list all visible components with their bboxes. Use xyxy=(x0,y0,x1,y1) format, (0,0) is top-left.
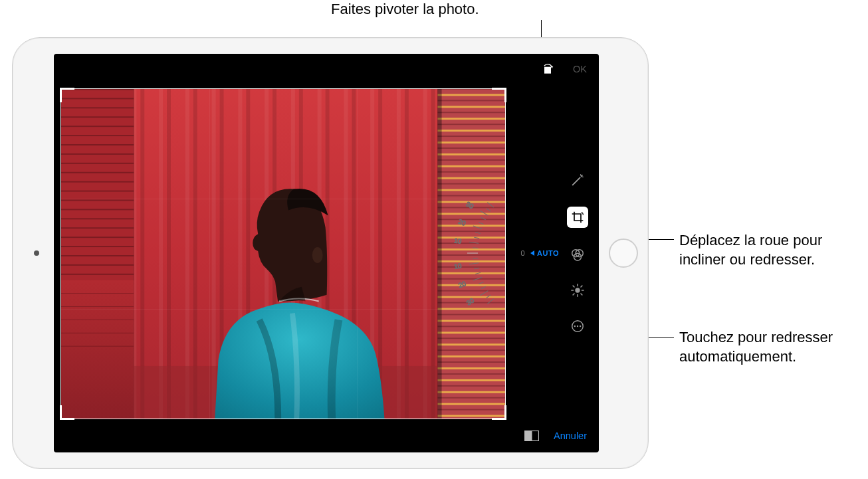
svg-line-30 xyxy=(473,258,478,258)
svg-line-40 xyxy=(481,217,486,220)
svg-line-54 xyxy=(581,294,582,295)
more-tool[interactable] xyxy=(568,317,587,335)
home-button[interactable] xyxy=(609,239,638,268)
crop-handle-bottom-right[interactable] xyxy=(492,405,506,420)
crop-handle-top-right[interactable] xyxy=(492,88,506,102)
crop-canvas[interactable] xyxy=(54,84,512,423)
svg-line-53 xyxy=(573,286,574,287)
svg-line-36 xyxy=(475,233,481,234)
svg-line-19 xyxy=(487,295,491,298)
svg-line-33 xyxy=(469,242,479,243)
svg-line-32 xyxy=(473,248,478,248)
svg-line-24 xyxy=(473,277,482,280)
editor-topbar: OK xyxy=(54,54,599,84)
crop-grid-line xyxy=(357,89,358,419)
editor-bottombar: Annuler xyxy=(54,423,599,452)
front-camera xyxy=(34,250,39,256)
svg-line-26 xyxy=(475,272,481,274)
svg-point-59 xyxy=(577,326,578,327)
svg-text:30: 30 xyxy=(465,296,476,306)
svg-text:10: 10 xyxy=(454,262,463,270)
svg-line-44 xyxy=(487,203,493,207)
svg-point-48 xyxy=(575,288,580,292)
adjust-tool[interactable] xyxy=(568,281,587,300)
svg-rect-16 xyxy=(438,89,442,419)
svg-line-27 xyxy=(474,268,479,269)
svg-point-60 xyxy=(580,326,581,327)
svg-line-35 xyxy=(474,237,479,239)
crop-grid-line xyxy=(61,199,505,199)
cancel-button[interactable]: Annuler xyxy=(554,431,587,441)
crop-handle-top-left[interactable] xyxy=(60,88,74,102)
svg-line-56 xyxy=(581,286,582,287)
auto-straighten-button[interactable]: 0 AUTO xyxy=(520,249,559,257)
ipad-frame: OK xyxy=(12,37,649,469)
crop-frame[interactable] xyxy=(60,88,506,419)
svg-line-28 xyxy=(469,263,479,264)
svg-rect-11 xyxy=(61,280,134,419)
done-button[interactable]: OK xyxy=(573,64,587,74)
callout-auto: Touchez pour redresser automatiquement. xyxy=(679,328,833,366)
svg-text:10: 10 xyxy=(453,237,462,244)
crop-grid-line xyxy=(209,89,210,419)
crop-handle-bottom-left[interactable] xyxy=(60,405,74,420)
svg-line-37 xyxy=(473,226,482,229)
crop-grid-line xyxy=(61,309,505,310)
svg-line-41 xyxy=(480,211,488,215)
photo-preview xyxy=(61,89,505,419)
svg-line-20 xyxy=(480,291,488,296)
svg-line-55 xyxy=(573,294,574,295)
svg-text:20: 20 xyxy=(457,280,467,289)
svg-line-22 xyxy=(481,286,486,289)
svg-rect-62 xyxy=(525,431,532,441)
auto-enhance-tool[interactable] xyxy=(568,171,587,189)
rotate-photo-button[interactable] xyxy=(541,62,554,76)
screen: OK xyxy=(54,54,599,452)
auto-straighten-label: AUTO xyxy=(537,249,559,257)
svg-line-39 xyxy=(479,222,483,224)
svg-line-23 xyxy=(479,282,483,284)
dial-center-value: 0 xyxy=(520,249,525,257)
svg-text:20: 20 xyxy=(457,218,467,227)
filters-tool[interactable] xyxy=(568,245,587,264)
callout-rotate: Faites pivoter la photo. xyxy=(331,0,479,19)
svg-line-43 xyxy=(487,209,491,211)
svg-point-58 xyxy=(574,326,576,327)
crop-rotate-tool[interactable] xyxy=(567,207,588,228)
svg-text:30: 30 xyxy=(465,200,475,210)
edit-tool-column xyxy=(567,171,588,335)
callout-wheel: Déplacez la roue pour incliner ou redres… xyxy=(679,231,822,269)
aspect-ratio-button[interactable] xyxy=(524,431,539,441)
chevron-left-icon xyxy=(530,250,534,256)
svg-line-18 xyxy=(487,299,493,304)
svg-point-17 xyxy=(312,247,323,263)
svg-rect-0 xyxy=(544,67,551,74)
